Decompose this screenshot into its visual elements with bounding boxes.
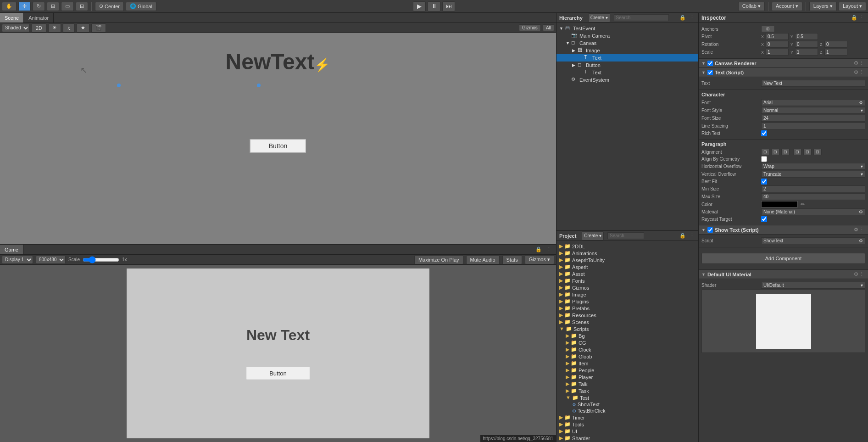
canvas-renderer-gear-icon[interactable]: ⚙ xyxy=(854,60,858,66)
p-item-Animations[interactable]: ▶ 📁Animations xyxy=(556,250,698,257)
play-button[interactable]: ▶ xyxy=(413,1,426,11)
2d-button[interactable]: 2D xyxy=(32,23,46,33)
h-item-text2[interactable]: T Text xyxy=(556,69,698,76)
font-size-input[interactable] xyxy=(761,115,865,122)
resolution-select[interactable]: 800x480 xyxy=(36,256,66,264)
add-component-button[interactable]: Add Component xyxy=(701,253,865,264)
inspector-lock-icon[interactable]: 🔒 xyxy=(850,15,858,21)
project-search[interactable] xyxy=(607,232,644,239)
p-item-Timer[interactable]: ▶ 📁Timer xyxy=(556,414,698,421)
pause-button[interactable]: ⏸ xyxy=(428,1,440,11)
p-item-CG[interactable]: ▶ 📁CG xyxy=(556,339,698,346)
show-text-checkbox[interactable] xyxy=(707,227,713,233)
p-item-2DDL[interactable]: ▶ 📁2DDL xyxy=(556,243,698,250)
h-item-maincam[interactable]: 📷 Main Camera xyxy=(556,32,698,39)
rich-text-checkbox[interactable] xyxy=(761,130,767,136)
scene-button[interactable]: Button xyxy=(250,139,306,153)
rect-tool[interactable]: ▭ xyxy=(61,2,74,11)
show-text-script-section-title[interactable]: ▼ Show Text (Script) ⚙ ⋮ xyxy=(699,225,868,235)
scale-tool[interactable]: ⊞ xyxy=(47,2,59,11)
scale-y-input[interactable] xyxy=(795,49,818,56)
p-item-Gizmos[interactable]: ▶ 📁Gizmos xyxy=(556,284,698,291)
horizontal-overflow-select[interactable]: Wrap ▾ xyxy=(761,163,865,170)
move-tool[interactable]: ✛ xyxy=(18,2,31,11)
all-button[interactable]: All xyxy=(543,24,554,31)
pivot-y-input[interactable] xyxy=(795,33,818,40)
h-item-testevent[interactable]: ▼ 🎮 TestEvent xyxy=(556,25,698,32)
scene-handle-left[interactable] xyxy=(117,84,121,87)
p-item-Talk[interactable]: ▶ 📁Talk xyxy=(556,380,698,387)
align-right-top-btn[interactable]: ⊡ xyxy=(781,149,790,155)
project-more-icon[interactable]: ⋮ xyxy=(689,233,696,239)
gizmos-button[interactable]: Gizmos xyxy=(519,24,541,31)
project-create-btn[interactable]: Create ▾ xyxy=(582,231,604,241)
game-button[interactable]: Button xyxy=(246,367,310,380)
script-select[interactable]: ShowText ⚙ xyxy=(761,237,865,244)
p-item-AsepritToUnity[interactable]: ▶ 📁AsepritToUnity xyxy=(556,257,698,263)
scale-z-input[interactable] xyxy=(824,49,847,56)
hierarchy-more-icon[interactable]: ⋮ xyxy=(545,246,552,252)
p-item-Scenes[interactable]: ▶ 📁Scenes xyxy=(556,319,698,325)
vertical-overflow-select[interactable]: Truncate ▾ xyxy=(761,171,865,178)
scale-slider[interactable] xyxy=(83,256,119,263)
color-picker-icon[interactable]: ✏ xyxy=(800,201,806,207)
show-text-gear-icon[interactable]: ⚙ xyxy=(854,227,858,233)
center-button[interactable]: ⊙ Center xyxy=(95,2,124,11)
tab-scene[interactable]: Scene xyxy=(0,13,24,22)
p-item-Plugins[interactable]: ▶ 📁Plugins xyxy=(556,298,698,305)
text-script-more-btn[interactable]: ⋮ xyxy=(858,69,865,75)
rotation-y-input[interactable] xyxy=(795,41,818,48)
p-item-Asperit[interactable]: ▶ 📁Asperit xyxy=(556,263,698,270)
shader-select[interactable]: UI/Default ▾ xyxy=(761,282,865,289)
tab-animator[interactable]: Animator xyxy=(24,13,54,22)
scene-cam-btn[interactable]: 🎬 xyxy=(91,23,106,33)
canvas-renderer-section-title[interactable]: ▼ Canvas Renderer ⚙ ⋮ xyxy=(699,59,868,68)
hierarchy-lock-icon[interactable]: 🔒 xyxy=(534,246,543,252)
scene-handle-right[interactable] xyxy=(257,84,261,87)
layout-button[interactable]: Layout ▾ xyxy=(839,2,866,11)
transform-tool[interactable]: ⊟ xyxy=(76,2,88,11)
align-left-top-btn[interactable]: ⊡ xyxy=(761,149,769,155)
account-button[interactable]: Account ▾ xyxy=(772,2,802,11)
p-item-Test[interactable]: ▼ 📁Test xyxy=(556,394,698,401)
align-center-mid-btn[interactable]: ⊡ xyxy=(803,149,812,155)
p-item-TestBtnClick[interactable]: ⚙TestBtnClick xyxy=(556,408,698,414)
maximize-on-play-btn[interactable]: Maximize On Play xyxy=(414,255,463,264)
h-item-text[interactable]: T Text xyxy=(556,54,698,62)
default-ui-material-more-btn[interactable]: ⋮ xyxy=(858,271,865,277)
scene-audio-btn[interactable]: ♫ xyxy=(63,23,75,33)
h-item-image[interactable]: ▶ 🖼 Image xyxy=(556,47,698,54)
p-item-Scripts[interactable]: ▼ 📁Scripts xyxy=(556,325,698,332)
pivot-x-input[interactable] xyxy=(766,33,789,40)
stats-btn[interactable]: Stats xyxy=(502,255,522,264)
rotation-z-input[interactable] xyxy=(824,41,847,48)
h-item-eventsystem[interactable]: ⚙ EventSystem xyxy=(556,76,698,84)
canvas-renderer-checkbox[interactable] xyxy=(707,61,713,66)
p-item-Asset[interactable]: ▶ 📁Asset xyxy=(556,270,698,277)
inspector-more-icon[interactable]: ⋮ xyxy=(858,15,865,21)
hierarchy-create-btn[interactable]: Create ▾ xyxy=(588,13,610,22)
p-item-Prefabs[interactable]: ▶ 📁Prefabs xyxy=(556,305,698,312)
scene-canvas[interactable]: NewText⚡ Button ↖ xyxy=(0,33,556,254)
text-value-input[interactable] xyxy=(761,80,865,87)
anchor-preset-btn[interactable]: ⊞ xyxy=(761,26,775,32)
scene-light-btn[interactable]: ☀ xyxy=(48,23,61,33)
default-ui-material-gear-icon[interactable]: ⚙ xyxy=(854,271,858,277)
material-select[interactable]: None (Material) ⚙ xyxy=(761,208,865,215)
align-left-mid-btn[interactable]: ⊡ xyxy=(793,149,801,155)
p-item-Resources[interactable]: ▶ 📁Resources xyxy=(556,312,698,319)
p-item-UI[interactable]: ▶ 📁UI xyxy=(556,428,698,435)
rotate-tool[interactable]: ↻ xyxy=(33,2,45,11)
scale-x-input[interactable] xyxy=(766,49,789,56)
hierarchy-lock-icon2[interactable]: 🔒 xyxy=(679,15,687,21)
p-item-People[interactable]: ▶ 📁People xyxy=(556,367,698,374)
text-script-section-title[interactable]: ▼ Text (Script) ⚙ ⋮ xyxy=(699,68,868,77)
canvas-renderer-more-btn[interactable]: ⋮ xyxy=(858,60,865,66)
display-select[interactable]: Display 1 xyxy=(2,256,33,264)
hierarchy-search[interactable] xyxy=(614,14,669,21)
project-lock-icon[interactable]: 🔒 xyxy=(679,233,687,239)
text-script-gear-icon[interactable]: ⚙ xyxy=(854,69,858,75)
scene-effect-btn[interactable]: ★ xyxy=(77,23,89,33)
align-by-geometry-checkbox[interactable] xyxy=(761,156,767,162)
collab-button[interactable]: Collab ▾ xyxy=(738,2,765,11)
